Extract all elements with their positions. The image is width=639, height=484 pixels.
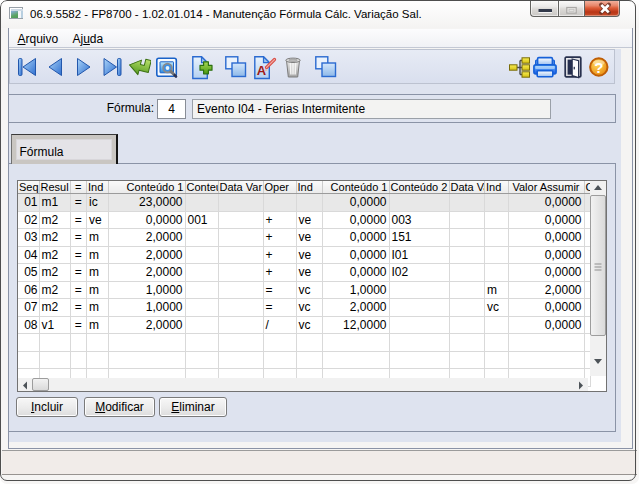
svg-text:?: ? <box>594 58 603 75</box>
